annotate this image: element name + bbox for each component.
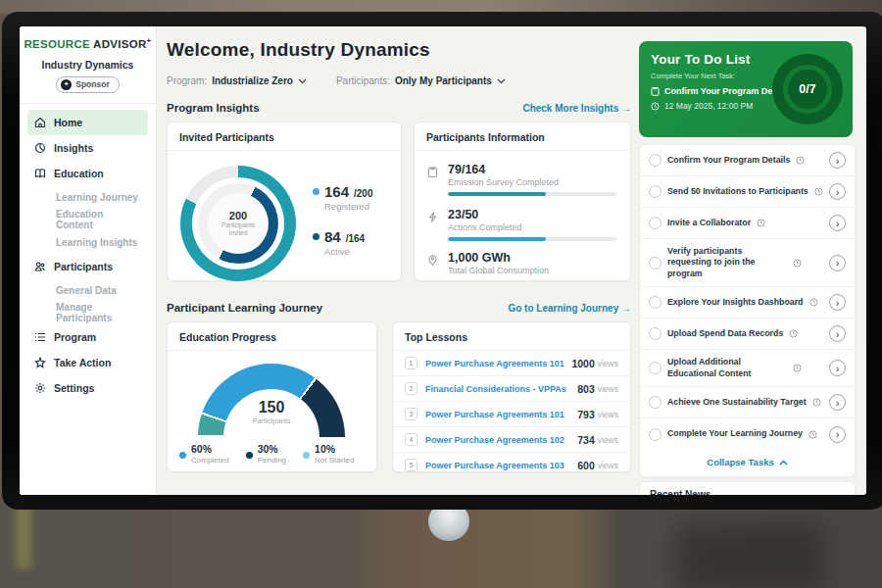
todo-go-button[interactable]: › [829, 325, 846, 342]
todo-item[interactable]: Verify participants requesting to join t… [640, 239, 855, 287]
metric-actions-completed: 23/50 Actions Completed [426, 208, 620, 241]
top-lessons-card: Top Lessons 1 Power Purchase Agreements … [392, 321, 631, 472]
todo-go-button[interactable]: › [829, 360, 846, 376]
todo-go-button[interactable]: › [829, 426, 846, 443]
todo-checkbox[interactable] [649, 185, 662, 198]
todo-item[interactable]: Upload Spend Data Records › [640, 318, 855, 350]
sidebar-item-manage-participants[interactable]: Manage Participants [27, 302, 148, 324]
todo-checkbox[interactable] [649, 154, 662, 167]
participants-information-card: Participants Information 79/164 Emission… [414, 122, 631, 281]
sidebar-item-home[interactable]: Home [27, 110, 148, 135]
todo-progress-ring: 0/7 [772, 54, 843, 124]
todo-go-button[interactable]: › [829, 183, 846, 200]
todo-go-button[interactable]: › [829, 152, 846, 169]
sidebar-item-education-content[interactable]: Education Content [27, 209, 148, 231]
todo-item[interactable]: Upload Additional Educational Content › [640, 350, 855, 387]
todo-checkbox[interactable] [649, 428, 662, 441]
chevron-up-icon [779, 460, 788, 466]
todo-list-card: Confirm Your Program Details › Send 50 I… [639, 144, 856, 477]
lesson-link[interactable]: Power Purchase Agreements 103 [425, 461, 564, 470]
lesson-row: 1 Power Purchase Agreements 101 1000view… [393, 351, 630, 375]
sidebar: RESOURCE ADVISOR+ Industry Dynamics ✦ Sp… [20, 26, 157, 495]
todo-go-button[interactable]: › [829, 294, 846, 311]
participants-filter-label: Participants: [336, 75, 390, 86]
todo-checkbox[interactable] [649, 327, 662, 340]
sidebar-item-education[interactable]: Education [27, 161, 148, 186]
todo-item[interactable]: Complete Your Learning Journey › [640, 418, 855, 450]
education-progress-card: Education Progress 150 Participants 60%C… [167, 321, 377, 472]
program-filter[interactable]: Program: Industrialize Zero [167, 75, 307, 86]
card-title: Education Progress [168, 322, 376, 351]
sidebar-item-participants[interactable]: Participants [27, 254, 148, 279]
sidebar-item-settings[interactable]: Settings [27, 375, 148, 401]
check-more-insights-link[interactable]: Check More Insights → [522, 103, 631, 114]
participants-icon [34, 261, 46, 272]
participants-filter[interactable]: Participants: Only My Participants [336, 75, 506, 86]
actions-icon [426, 210, 439, 227]
lesson-link[interactable]: Power Purchase Agreements 101 [425, 410, 564, 419]
todo-item-label: Send 50 Invitations to Participants [667, 186, 808, 197]
lesson-link[interactable]: Power Purchase Agreements 101 [425, 359, 564, 368]
clock-icon [651, 102, 660, 111]
todo-checkbox[interactable] [649, 362, 662, 374]
education-icon [34, 168, 46, 179]
sidebar-item-program[interactable]: Program [27, 324, 148, 350]
todo-checkbox[interactable] [649, 257, 662, 270]
lesson-row: 2 Financial Considerations - VPPAs 803vi… [393, 375, 630, 401]
clock-icon [793, 364, 802, 372]
chevron-down-icon[interactable] [298, 78, 307, 84]
todo-checkbox[interactable] [649, 296, 662, 309]
todo-go-button[interactable]: › [829, 394, 846, 411]
chevron-down-icon[interactable] [497, 78, 506, 84]
todo-item[interactable]: Achieve One Sustainability Target › [640, 387, 855, 418]
todo-item-label: Verify participants requesting to join t… [667, 246, 787, 279]
section-title: Program Insights [167, 102, 260, 114]
page-title: Welcome, Industry Dynamics [167, 39, 430, 61]
sidebar-item-learning-journey[interactable]: Learning Journey [27, 186, 148, 209]
lesson-link[interactable]: Financial Considerations - VPPAs [425, 384, 566, 394]
sponsor-icon: ✦ [61, 79, 72, 90]
legend-dot [313, 188, 319, 195]
lesson-link[interactable]: Power Purchase Agreements 102 [425, 435, 564, 445]
sidebar-item-label: Manage Participants [56, 302, 141, 323]
invited-donut-chart: 200 Participants Invited [180, 166, 296, 281]
todo-item-label: Upload Additional Educational Content [667, 357, 787, 379]
participants-filter-value: Only My Participants [395, 75, 492, 86]
logo-resource: RESOURCE [24, 38, 90, 50]
org-name: Industry Dynamics [20, 59, 156, 71]
lesson-row: 5 Power Purchase Agreements 103 600views [393, 452, 630, 477]
background-shadow [676, 524, 823, 588]
lesson-rank: 4 [405, 433, 417, 446]
todo-item[interactable]: Explore Your Insights Dashboard › [640, 287, 855, 318]
legend-not-started: 10%Not Started [303, 444, 354, 465]
sidebar-item-take-action[interactable]: Take Action [27, 350, 148, 375]
sidebar-item-general-data[interactable]: General Data [27, 279, 148, 302]
todo-checkbox[interactable] [649, 396, 662, 409]
todo-item[interactable]: Confirm Your Program Details › [640, 145, 855, 176]
todo-item-label: Confirm Your Program Details [667, 155, 790, 166]
todo-progress-value: 0/7 [783, 65, 832, 114]
card-title: Invited Participants [168, 122, 401, 151]
lesson-rank: 5 [405, 459, 417, 471]
sidebar-item-insights[interactable]: Insights [27, 135, 148, 161]
collapse-tasks-link[interactable]: Collapse Tasks [640, 450, 855, 473]
todo-item[interactable]: Invite a Collaborator › [640, 208, 855, 239]
todo-item-label: Achieve One Sustainability Target [667, 397, 807, 408]
todo-go-button[interactable]: › [829, 255, 846, 271]
invited-donut-center: 200 Participants Invited [208, 193, 269, 254]
clock-icon [808, 430, 817, 439]
photo-stage: RESOURCE ADVISOR+ Industry Dynamics ✦ Sp… [0, 0, 882, 588]
sidebar-item-label: Education Content [56, 209, 141, 230]
todo-go-button[interactable]: › [829, 215, 846, 231]
learning-journey-header: Participant Learning Journey Go to Learn… [167, 302, 631, 314]
metric-global-consumption: 1,000 GWh Total Global Consumption [426, 251, 620, 275]
lesson-rank: 2 [405, 382, 417, 395]
todo-item[interactable]: Send 50 Invitations to Participants › [640, 176, 855, 208]
sidebar-item-learning-insights[interactable]: Learning Insights [27, 231, 148, 254]
clipboard-icon [651, 86, 660, 96]
todo-checkbox[interactable] [649, 217, 662, 229]
todo-item-label: Upload Spend Data Records [667, 328, 783, 339]
logo-plus: + [147, 36, 152, 45]
go-to-learning-journey-link[interactable]: Go to Learning Journey → [508, 303, 631, 314]
invited-participants-card: Invited Participants 200 Participants In… [167, 122, 402, 281]
